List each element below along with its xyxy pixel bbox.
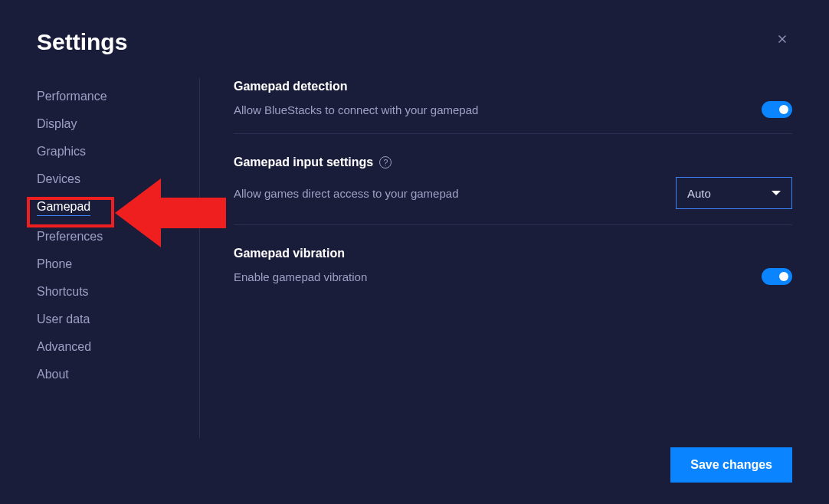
section-desc: Allow games direct access to your gamepa… <box>234 187 458 200</box>
sidebar-item-devices[interactable]: Devices <box>37 165 199 193</box>
section-desc: Allow BlueStacks to connect with your ga… <box>234 103 478 116</box>
sidebar-item-phone[interactable]: Phone <box>37 250 199 278</box>
sidebar-item-gamepad[interactable]: Gamepad <box>37 193 199 223</box>
settings-content: Gamepad detection Allow BlueStacks to co… <box>234 70 792 438</box>
sidebar-item-about[interactable]: About <box>37 361 199 388</box>
gamepad-vibration-toggle[interactable] <box>762 268 792 285</box>
section-title: Gamepad vibration <box>234 247 345 260</box>
toggle-knob <box>779 272 788 281</box>
section-gamepad-input: Gamepad input settings ? Allow games dir… <box>234 155 792 225</box>
section-title: Gamepad detection <box>234 80 347 93</box>
sidebar-item-advanced[interactable]: Advanced <box>37 333 199 361</box>
sidebar-item-performance[interactable]: Performance <box>37 83 199 110</box>
sidebar-item-display[interactable]: Display <box>37 110 199 138</box>
sidebar-item-preferences[interactable]: Preferences <box>37 223 199 250</box>
section-desc: Enable gamepad vibration <box>234 270 367 283</box>
section-gamepad-vibration: Gamepad vibration Enable gamepad vibrati… <box>234 247 792 300</box>
gamepad-input-select[interactable]: Auto <box>676 177 792 209</box>
sidebar-item-graphics[interactable]: Graphics <box>37 138 199 165</box>
chevron-down-icon <box>772 191 781 195</box>
select-value: Auto <box>687 187 711 200</box>
save-changes-button[interactable]: Save changes <box>670 447 792 483</box>
close-button[interactable] <box>772 29 792 52</box>
page-title: Settings <box>37 29 127 55</box>
section-title: Gamepad input settings <box>234 155 373 169</box>
sidebar-item-user-data[interactable]: User data <box>37 306 199 333</box>
close-icon <box>775 32 789 46</box>
gamepad-detection-toggle[interactable] <box>762 101 792 118</box>
vertical-divider <box>199 78 200 438</box>
help-icon[interactable]: ? <box>379 156 392 169</box>
section-gamepad-detection: Gamepad detection Allow BlueStacks to co… <box>234 80 792 134</box>
toggle-knob <box>779 105 788 114</box>
sidebar-item-shortcuts[interactable]: Shortcuts <box>37 278 199 306</box>
settings-sidebar: Performance Display Graphics Devices Gam… <box>37 70 199 438</box>
